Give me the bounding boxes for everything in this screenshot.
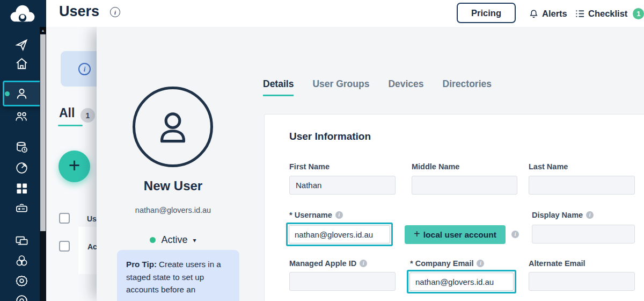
status-dot-icon: [150, 237, 156, 243]
select-all-checkbox[interactable]: [59, 213, 70, 224]
chevron-down-icon: ▾: [193, 236, 196, 244]
sidebar-item-user-groups[interactable]: [14, 109, 31, 125]
status-dropdown[interactable]: Active ▾: [97, 234, 250, 246]
checklist-badge: 1: [633, 8, 644, 19]
database-icon: [14, 140, 29, 155]
arrow-up-icon: ▲: [41, 28, 45, 32]
sidebar-item-get-started[interactable]: [14, 37, 31, 53]
company-email-label-text: * Company Email: [410, 259, 473, 268]
avatar: [133, 87, 213, 167]
pro-tip-label: Pro Tip:: [126, 260, 157, 269]
pricing-button[interactable]: Pricing: [457, 3, 516, 23]
username-highlight: [286, 223, 393, 246]
first-name-label: First Name: [289, 162, 330, 171]
checklist-button[interactable]: Checklist 1: [575, 0, 644, 27]
add-local-user-account-button[interactable]: + local user account: [405, 225, 506, 244]
top-header: Users i Pricing Alerts Checklist 1: [46, 0, 644, 27]
user-icon: [14, 87, 29, 101]
plus-icon: +: [414, 228, 420, 240]
detail-tabs: Details User Groups Devices Directories: [263, 78, 492, 96]
sidebar-item-users[interactable]: [14, 87, 31, 103]
last-name-field[interactable]: [529, 176, 635, 195]
checklist-label: Checklist: [588, 9, 627, 19]
server-icon: [14, 201, 29, 216]
display-name-label: Display Name i: [532, 211, 594, 219]
tab-directories[interactable]: Directories: [443, 78, 492, 96]
tab-devices[interactable]: Devices: [388, 78, 423, 96]
row-text-partial: Ac: [87, 242, 97, 251]
tab-all-underline: [58, 125, 83, 126]
bell-icon: [529, 9, 539, 19]
title-info-icon[interactable]: i: [110, 7, 120, 17]
home-icon: [14, 56, 29, 71]
gear-icon: [14, 274, 29, 288]
sidebar-item-insights[interactable]: [14, 161, 31, 177]
company-email-label: * Company Email i: [410, 259, 484, 268]
scrollbar-thumb[interactable]: [40, 34, 46, 231]
username-label: * Username i: [289, 211, 343, 219]
display-name-label-text: Display Name: [532, 211, 583, 219]
alerts-button[interactable]: Alerts: [529, 0, 567, 27]
user-details-drawer: New User nathan@glovers.id.au Active ▾ P…: [97, 27, 644, 301]
section-title: User Information: [289, 131, 371, 142]
banner-info-icon: i: [78, 63, 91, 75]
sidebar-item-directory[interactable]: [14, 140, 31, 156]
checklist-icon: [575, 9, 585, 19]
scroll-up-button[interactable]: ▲: [40, 27, 46, 34]
jumpcloud-logo-icon[interactable]: [8, 4, 37, 24]
page-title: Users: [59, 3, 99, 20]
user-name: New User: [97, 178, 250, 194]
sidebar-item-radius[interactable]: [14, 201, 31, 217]
grid-icon: [14, 181, 29, 196]
sidebar-item-home[interactable]: [14, 56, 31, 73]
managed-apple-id-label-text: Managed Apple ID: [289, 259, 356, 268]
local-account-button-label: local user account: [423, 230, 496, 240]
middle-name-label: Middle Name: [412, 162, 459, 171]
username-info-icon[interactable]: i: [335, 211, 343, 219]
sidebar-item-devices[interactable]: [14, 234, 31, 250]
middle-name-field[interactable]: [412, 176, 517, 195]
username-field[interactable]: [289, 225, 390, 243]
alerts-label: Alerts: [542, 9, 567, 19]
managed-apple-id-field[interactable]: [289, 272, 396, 291]
status-label: Active: [161, 234, 187, 246]
username-label-text: * Username: [289, 211, 332, 219]
scrollbar-track[interactable]: [40, 231, 46, 301]
tab-details[interactable]: Details: [263, 78, 294, 96]
display-name-info-icon[interactable]: i: [586, 211, 594, 219]
pro-tip-box: Pro Tip:Create users in a staged state t…: [117, 250, 239, 301]
tab-all[interactable]: All: [59, 106, 75, 120]
user-information-card: User Information First Name Middle Name …: [264, 114, 644, 301]
app-window: ▲ Users i Pricing Alerts Checklist 1 i: [0, 0, 644, 301]
person-icon: [151, 105, 195, 149]
app-sidebar: ▲: [0, 0, 46, 301]
user-email: nathan@glovers.id.au: [97, 206, 250, 214]
display-name-field[interactable]: [532, 225, 635, 243]
alternate-email-label: Alternate Email: [529, 259, 586, 268]
add-user-button[interactable]: +: [58, 150, 90, 182]
company-email-field[interactable]: [409, 273, 514, 291]
sidebar-item-more[interactable]: [14, 293, 31, 301]
sidebar-item-settings[interactable]: [14, 274, 31, 290]
sidebar-active-dot: [5, 91, 10, 96]
devices-icon: [14, 234, 29, 248]
local-account-info-icon[interactable]: i: [511, 231, 519, 238]
user-group-icon: [14, 109, 29, 124]
sidebar-item-policies[interactable]: [14, 254, 31, 270]
managed-apple-id-info-icon[interactable]: i: [360, 260, 367, 267]
circle-icon: [14, 293, 29, 301]
tab-user-groups[interactable]: User Groups: [312, 78, 369, 96]
managed-apple-id-label: Managed Apple ID i: [289, 259, 367, 268]
company-email-info-icon[interactable]: i: [477, 260, 484, 267]
alternate-email-field[interactable]: [529, 272, 635, 291]
sidebar-item-apps[interactable]: [14, 181, 31, 197]
all-count-badge: 1: [80, 108, 95, 123]
first-name-field[interactable]: [289, 176, 396, 195]
rocket-icon: [14, 37, 29, 52]
last-name-label: Last Name: [529, 162, 568, 171]
venn-icon: [14, 254, 29, 268]
row-checkbox[interactable]: [59, 241, 70, 252]
company-email-highlight: [407, 270, 516, 293]
sidebar-scrollbar[interactable]: ▲: [40, 27, 46, 301]
gauge-icon: [14, 161, 29, 175]
